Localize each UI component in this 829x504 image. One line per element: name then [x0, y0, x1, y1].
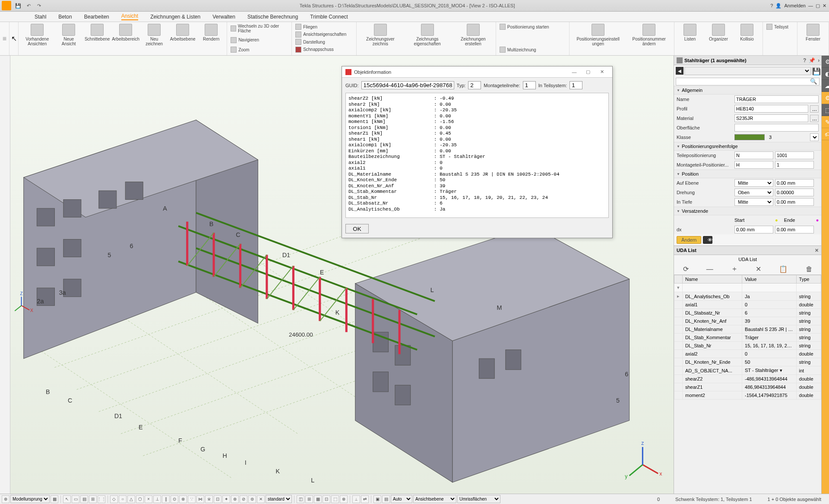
help-icon[interactable]: ?	[803, 57, 806, 63]
btn-neuzeichnen[interactable]: Neu zeichnen	[142, 24, 166, 46]
sb-umriss-select[interactable]: Umrissflächen	[457, 495, 500, 503]
aufebene-select[interactable]: Mitte	[734, 179, 773, 187]
menu-statische[interactable]: Statische Berechnung	[247, 14, 298, 20]
sb-view-2[interactable]: ⊞	[305, 495, 313, 503]
dx-end-input[interactable]	[775, 226, 814, 233]
btn-navigieren[interactable]: Navigieren	[231, 37, 288, 43]
btn-schnittebene[interactable]: Schnittebene	[85, 24, 109, 41]
sb-snap-16[interactable]: ⊘	[240, 495, 247, 503]
sb-snap-5[interactable]: ×	[145, 495, 152, 503]
uda-add-icon[interactable]: ＋	[731, 265, 738, 274]
minimize-icon[interactable]: —	[808, 3, 813, 8]
uda-copy-icon[interactable]: 📋	[779, 265, 788, 273]
sb-snap-7[interactable]: ∥	[162, 495, 170, 503]
sb-misc-3[interactable]: ▣	[373, 495, 381, 503]
sb-view-6[interactable]: ⊗	[340, 495, 348, 503]
sb-snap-17[interactable]: ⊚	[248, 495, 256, 503]
user-icon[interactable]: 👤	[775, 3, 782, 9]
btn-ansichtseig[interactable]: Ansichtseigenschaften	[295, 32, 353, 38]
property-filter-input[interactable]	[676, 78, 820, 85]
tab-5-icon[interactable]: ⬚	[822, 104, 829, 116]
sb-tool-3[interactable]: ▤	[80, 495, 88, 503]
save-icon[interactable]: 💾	[14, 2, 22, 9]
uda-row[interactable]: DL_MaterialnameBaustahl S 235 JR | DIIst…	[674, 325, 821, 334]
tab-3-icon[interactable]: ☁	[822, 80, 829, 92]
help-icon[interactable]: ?	[770, 3, 773, 8]
sb-view-5[interactable]: ⬚	[331, 495, 339, 503]
preset-select[interactable]	[684, 67, 811, 75]
btn-positionierungseinstellungen[interactable]: Positionierungseinstell ungen	[573, 24, 623, 46]
object-info-text[interactable]: shearZ2 [kN] : -0.49 shear2 [kN] : 0.00 …	[345, 93, 609, 218]
pointer-icon[interactable]: ↖	[11, 35, 17, 43]
uda-row[interactable]: moment2-1564,14794921875double	[674, 391, 821, 400]
tab-6-icon[interactable]: ✎	[822, 116, 829, 128]
dialog-close-icon[interactable]: ✕	[595, 69, 609, 75]
sb-tool-1[interactable]: ↖	[63, 495, 71, 503]
back-icon[interactable]: ◀	[676, 67, 683, 75]
btn-wechseln[interactable]: Wechseln zu 3D oder Fläche	[231, 24, 288, 33]
drehung-val-input[interactable]	[775, 189, 814, 196]
sb-view-1[interactable]: ◫	[297, 495, 304, 503]
sb-snap-12[interactable]: ※	[205, 495, 213, 503]
sb-snap-11[interactable]: ⋈	[196, 495, 204, 503]
uda-row[interactable]: AD_S_OBJECT_NA...ST - Stahlträger ▾int	[674, 366, 821, 375]
sb-standard-select[interactable]: standard	[266, 495, 292, 503]
menu-zeichnungen[interactable]: Zeichnungen & Listen	[150, 14, 200, 20]
maximize-icon[interactable]: ▢	[816, 3, 820, 9]
sb-snap-2[interactable]: ○	[119, 495, 127, 503]
sb-misc-2[interactable]: ⇄	[361, 495, 369, 503]
sb-modellursprung-select[interactable]: Modellursprung	[10, 495, 50, 503]
btn-rendern[interactable]: Rendern	[199, 24, 223, 41]
teilsys-input[interactable]	[570, 81, 582, 89]
sb-tool-5[interactable]: ⋮⋮	[98, 495, 105, 503]
menu-trimble[interactable]: Trimble Connect	[310, 14, 348, 20]
btn-zoom[interactable]: Zoom	[231, 47, 288, 53]
sb-misc-4[interactable]: ▤	[382, 495, 390, 503]
tab-7-icon[interactable]: 🏷	[822, 128, 829, 140]
teilepos-b-input[interactable]	[775, 151, 814, 159]
drehung-select[interactable]: Oben	[734, 189, 773, 196]
btn-zeichnungsverzeichnis[interactable]: Zeichnungsver zeichnis	[360, 24, 400, 46]
sb-tool-4[interactable]: ⊞	[89, 495, 97, 503]
sb-snap-8[interactable]: ⊙	[171, 495, 178, 503]
typ-input[interactable]	[468, 81, 481, 89]
btn-schnappschuss[interactable]: Schnappschuss	[295, 47, 353, 53]
btn-organizer[interactable]: Organizer	[706, 24, 731, 41]
material-browse-button[interactable]: ...	[810, 115, 819, 122]
btn-arbeitsbereich[interactable]: Arbeitsbereich	[114, 24, 138, 41]
eye-button[interactable]: 👁	[703, 236, 712, 244]
menu-ansicht[interactable]: Ansicht	[121, 13, 138, 20]
btn-vorhandene-ansichten[interactable]: Vorhandene Ansichten	[22, 24, 52, 46]
uda-row[interactable]: ▸DL_Analytisches_ObJastring	[674, 292, 821, 301]
btn-zeichnungseigenschaften[interactable]: Zeichnungs eigenschaften	[405, 24, 450, 46]
dx-start-input[interactable]	[734, 226, 773, 233]
uda-trash-icon[interactable]: 🗑	[806, 265, 813, 273]
menu-verwalten[interactable]: Verwalten	[212, 14, 235, 20]
btn-darstellung[interactable]: Darstellung	[295, 39, 353, 45]
sb-snap-4[interactable]: ⬡	[136, 495, 144, 503]
oberflaeche-input[interactable]	[734, 124, 819, 132]
sb-view-3[interactable]: ▦	[314, 495, 322, 503]
uda-close-icon[interactable]: ✕	[815, 248, 819, 253]
btn-arbeitsebene[interactable]: Arbeitsebene	[171, 24, 195, 41]
aendern-button[interactable]: Ändern	[677, 236, 701, 244]
name-input[interactable]	[734, 95, 819, 103]
btn-zeichnungen-erstellen[interactable]: Zeichnungen erstellen	[454, 24, 492, 46]
sb-tool-2[interactable]: ▭	[72, 495, 79, 503]
sb-origin-icon[interactable]: ⊕	[2, 495, 9, 503]
uda-row[interactable]: axial20double	[674, 350, 821, 358]
pin-icon[interactable]: 📌	[809, 57, 815, 63]
uda-table[interactable]: Name Value Type ▾ ▸DL_Analytisches_ObJas…	[674, 275, 821, 494]
profil-input[interactable]	[734, 105, 808, 113]
btn-positionsnummer[interactable]: Positionsnummer ändern	[627, 24, 671, 46]
btn-fenster[interactable]: Fenster	[801, 24, 825, 41]
btn-positionierung-starten[interactable]: Positionierung starten	[500, 24, 566, 30]
uda-row[interactable]: DL_Stabsatz_Nr6string	[674, 309, 821, 317]
teilepos-a-input[interactable]	[734, 151, 773, 159]
section-versatzende[interactable]: Versatzende	[674, 207, 821, 215]
uda-row[interactable]: DL_Knoten_Nr_Anf39string	[674, 317, 821, 325]
sb-snap-6[interactable]: ⊥	[153, 495, 161, 503]
uda-row[interactable]: shearZ1486,984313964844double	[674, 383, 821, 391]
menu-beton[interactable]: Beton	[58, 14, 72, 20]
menu-bearbeiten[interactable]: Bearbeiten	[84, 14, 109, 20]
